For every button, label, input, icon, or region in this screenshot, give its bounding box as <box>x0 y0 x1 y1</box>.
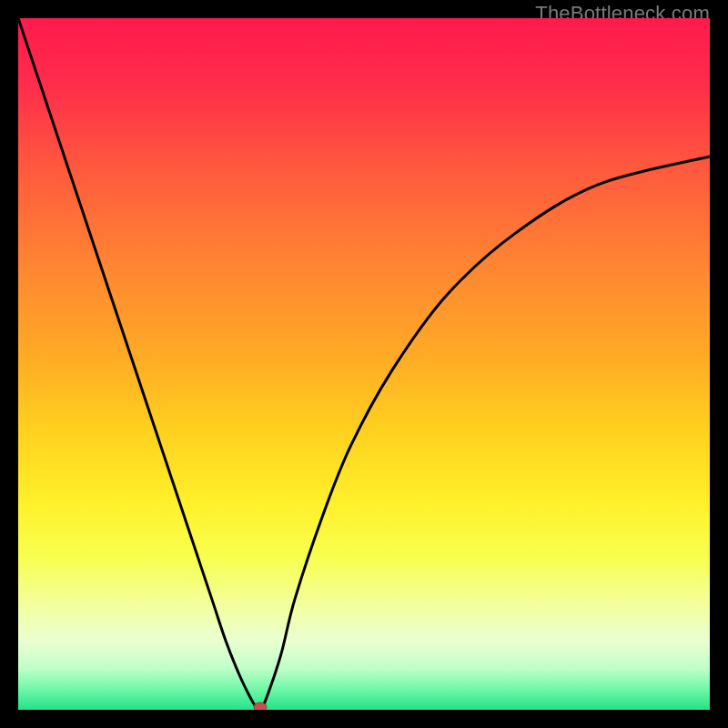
chart-frame <box>18 18 710 710</box>
optimal-point-marker <box>254 703 267 710</box>
bottleneck-chart <box>18 18 710 710</box>
plot-background <box>18 18 710 710</box>
